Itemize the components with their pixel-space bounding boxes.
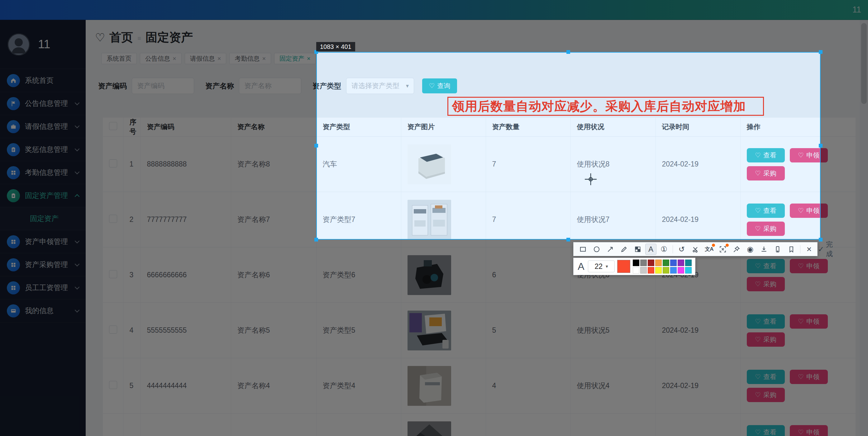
tab-leave[interactable]: 请假信息 × [185,53,226,64]
purchase-button[interactable]: ♡采购 [747,166,785,180]
row-checkbox[interactable] [109,270,117,278]
palette-color[interactable] [655,267,662,273]
annotation-note[interactable]: 领用后数量自动对应减少。采购入库后自动对应增加 [447,97,764,116]
palette-color[interactable] [640,267,647,273]
row-checkbox[interactable] [109,215,117,223]
view-button[interactable]: ♡查看 [747,370,785,384]
sidebar-username: 11 [38,38,50,51]
palette-color[interactable] [633,267,639,273]
scrollbar-thumb[interactable] [861,23,867,104]
sidebar-item-my-info[interactable]: 我的信息 [0,299,86,323]
topbar-username[interactable]: 11 [852,5,861,14]
sidebar-item-rewards[interactable]: 奖惩信息管理 [0,138,86,161]
sidebar-subitem-fixed-asset[interactable]: 固定资产 [0,207,86,230]
pen-tool-icon[interactable] [618,243,630,255]
selection-handle-w[interactable] [314,144,318,147]
claim-button[interactable]: ♡申领 [790,204,828,218]
ocr-tool-icon[interactable] [717,243,729,255]
done-button[interactable]: ✓ 完成 [816,240,833,259]
palette-color[interactable] [655,260,662,266]
selection-handle-n[interactable] [566,50,570,54]
translate-tool-icon[interactable]: 文A [703,243,715,255]
palette-color[interactable] [685,260,692,266]
avatar[interactable] [7,33,30,56]
sidebar-item-salary[interactable]: 员工工资管理 [0,276,86,299]
claim-button[interactable]: ♡申领 [790,148,828,163]
cancel-capture-icon[interactable]: × [803,243,815,255]
close-icon[interactable]: × [217,55,221,62]
sidebar-item-fixed-assets[interactable]: 固定资产管理 [0,184,86,207]
palette-color[interactable] [678,260,684,266]
asset-code-label: 资产编码 [98,81,127,91]
record-tool-icon[interactable]: ◉ [744,243,756,255]
scissors-tool-icon[interactable] [689,243,702,255]
query-button[interactable]: ♡ 查询 [422,78,457,93]
font-size-select[interactable]: 22 ▾ [588,261,615,272]
download-icon[interactable] [758,243,770,255]
purchase-button[interactable]: ♡采购 [747,222,785,236]
undo-icon[interactable]: ↺ [676,243,688,255]
view-button[interactable]: ♡查看 [747,314,785,329]
breadcrumb-home[interactable]: 首页 [110,30,133,45]
sidebar-item-home[interactable]: 系统首页 [0,69,86,92]
purchase-button[interactable]: ♡采购 [747,332,785,347]
purchase-button[interactable]: ♡采购 [747,388,785,402]
tab-fixed-assets[interactable]: 固定资产 × [274,53,316,64]
purchase-button[interactable]: ♡采购 [747,277,785,291]
claim-button[interactable]: ♡申领 [790,370,828,384]
chevron-up-icon [75,194,80,199]
step-number-tool-icon[interactable]: ① [658,243,670,255]
palette-color[interactable] [640,260,647,266]
text-tool-icon[interactable]: A [645,244,656,255]
bookmark-tool-icon[interactable] [785,243,798,255]
sidebar-item-leave[interactable]: 请假信息管理 [0,115,86,138]
claim-button[interactable]: ♡申领 [790,425,828,436]
phone-tool-icon[interactable] [771,243,784,255]
row-checkbox[interactable] [109,159,117,167]
palette-color[interactable] [670,267,677,273]
palette-color[interactable] [633,260,639,266]
sidebar-item-attendance[interactable]: 考勤信息管理 [0,161,86,184]
view-button[interactable]: ♡查看 [747,204,785,218]
claim-button[interactable]: ♡申领 [790,259,828,273]
table-row: ♡查看 ♡申领 ♡采购 [103,413,856,436]
pin-tool-icon[interactable] [730,243,743,255]
claim-button[interactable]: ♡申领 [790,314,828,329]
selection-handle-e[interactable] [819,144,823,147]
asset-type-select[interactable]: 请选择资产类型 ▾ [346,78,414,94]
palette-color[interactable] [678,267,684,273]
asset-code-input[interactable] [132,78,194,94]
ellipse-tool-icon[interactable] [590,243,603,255]
sidebar-item-asset-purchase[interactable]: 资产采购管理 [0,253,86,276]
rect-tool-icon[interactable] [577,243,589,255]
tab-system-home[interactable]: 系统首页 [101,53,137,64]
tab-announcements[interactable]: 公告信息 × [140,53,182,64]
table-header-row: 序号 资产编码 资产名称 资产类型 资产图片 资产数量 使用状况 记录时间 操作 [103,118,856,137]
mosaic-tool-icon[interactable] [631,243,644,255]
selection-handle-s[interactable] [566,238,570,241]
palette-color[interactable] [648,267,654,273]
palette-color[interactable] [670,260,677,266]
sidebar-item-announcements[interactable]: 公告信息管理 [0,92,86,115]
tab-attendance[interactable]: 考勤信息 × [229,53,271,64]
row-checkbox[interactable] [109,326,117,334]
palette-color[interactable] [663,267,669,273]
arrow-tool-icon[interactable] [604,243,617,255]
close-icon[interactable]: × [173,55,176,62]
view-button[interactable]: ♡查看 [747,425,785,436]
selection-handle-ne[interactable] [819,50,823,54]
selection-handle-sw[interactable] [314,238,318,241]
current-color-swatch[interactable] [617,260,630,273]
palette-color[interactable] [685,267,692,273]
sidebar-item-asset-claim[interactable]: 资产申领管理 [0,230,86,253]
palette-color[interactable] [648,260,654,266]
close-icon[interactable]: × [262,55,266,62]
view-button[interactable]: ♡查看 [747,148,785,163]
row-checkbox[interactable] [109,381,117,389]
palette-color[interactable] [663,260,669,266]
view-button[interactable]: ♡查看 [747,259,785,273]
select-all-checkbox[interactable] [109,122,117,130]
close-icon[interactable]: × [307,55,311,62]
selection-size-badge: 1083 × 401 [316,42,355,52]
asset-name-input[interactable] [239,78,301,94]
